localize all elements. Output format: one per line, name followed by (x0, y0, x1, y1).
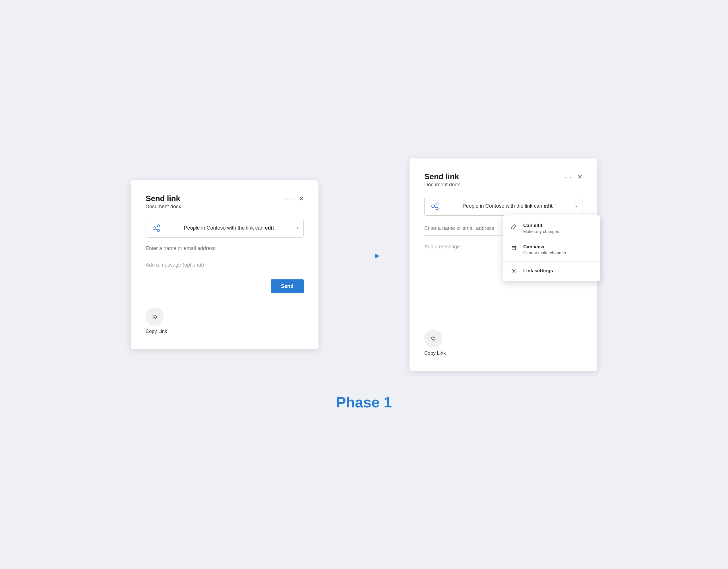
svg-line-8 (435, 204, 436, 206)
svg-point-15 (513, 270, 515, 272)
can-view-text: Can view Cannot make changes (523, 244, 566, 255)
send-button-left[interactable]: Send (271, 279, 304, 293)
can-edit-text: Can edit Make any changes (523, 223, 559, 234)
share-icon-left (151, 223, 161, 233)
dialog-right-subtitle: Document.docx (424, 182, 460, 188)
dialog-left-subtitle: Document.docx (146, 204, 181, 210)
link-icon-left (150, 312, 159, 321)
phase-label: Phase 1 (336, 394, 392, 411)
settings-gear-icon (510, 268, 518, 274)
dialog-left-dots-button[interactable]: ··· (286, 195, 293, 202)
main-container: Send link Document.docx ··· ✕ (131, 158, 597, 411)
permission-dropdown: Can edit Make any changes (503, 215, 600, 281)
svg-line-9 (435, 207, 436, 208)
dropdown-can-edit[interactable]: Can edit Make any changes (503, 218, 600, 239)
dialog-title-group-left: Send link Document.docx (146, 194, 181, 210)
svg-point-2 (157, 229, 160, 231)
dropdown-divider (503, 261, 600, 262)
dialog-left-close-button[interactable]: ✕ (299, 196, 304, 202)
svg-point-7 (436, 207, 438, 210)
dialog-right-title: Send link (424, 172, 460, 181)
copy-link-button-left[interactable] (146, 308, 164, 326)
dialog-left-title: Send link (146, 194, 181, 203)
view-icon (510, 245, 518, 251)
dialog-right-header-actions: ··· ✕ (564, 173, 582, 181)
permission-text-left: People in Contoso with the link can edit (166, 225, 292, 231)
share-icon-right (430, 201, 440, 211)
arrow-shape (347, 253, 381, 259)
svg-line-3 (156, 226, 158, 227)
permission-text-before-right: People in Contoso with the link can (462, 203, 543, 209)
link-icon-right (429, 334, 438, 343)
svg-point-5 (432, 205, 435, 208)
edit-icon (510, 223, 518, 229)
dialog-right: Send link Document.docx ··· ✕ (409, 158, 597, 371)
send-btn-row: Send (146, 279, 304, 293)
dialog-right-header: Send link Document.docx ··· ✕ (424, 172, 582, 188)
dialogs-row: Send link Document.docx ··· ✕ (131, 158, 597, 371)
can-edit-desc: Make any changes (523, 229, 559, 234)
permission-text-right: People in Contoso with the link can edit (444, 203, 571, 209)
can-view-title: Can view (523, 244, 566, 250)
permission-chevron-right: › (575, 203, 577, 209)
can-edit-title: Can edit (523, 223, 559, 228)
dialog-right-dots-button[interactable]: ··· (564, 173, 572, 181)
copy-link-section-left: Copy Link (146, 308, 304, 334)
email-input-left[interactable] (146, 245, 304, 251)
arrow-head (375, 254, 379, 258)
message-row-left: Add a message (optional) (146, 262, 304, 268)
dialog-left-header: Send link Document.docx ··· ✕ (146, 194, 304, 210)
link-settings-label: Link settings (523, 268, 553, 274)
dialog-right-close-button[interactable]: ✕ (577, 174, 582, 180)
svg-point-1 (157, 225, 160, 227)
svg-line-4 (156, 229, 158, 230)
copy-link-button-right[interactable] (424, 330, 442, 348)
email-section-left (146, 245, 304, 254)
permission-text-before-left: People in Contoso with the link can (184, 225, 265, 231)
dropdown-can-view[interactable]: Can view Cannot make changes (503, 239, 600, 260)
permission-button-right[interactable]: People in Contoso with the link can edit… (424, 197, 582, 216)
dialog-left: Send link Document.docx ··· ✕ (131, 180, 319, 349)
dialog-title-group-right: Send link Document.docx (424, 172, 460, 188)
transition-arrow (347, 253, 381, 259)
permission-bold-right: edit (544, 203, 553, 209)
arrow-line (347, 256, 375, 256)
dropdown-link-settings[interactable]: Link settings (503, 263, 600, 279)
can-view-desc: Cannot make changes (523, 250, 566, 255)
copy-link-label-right: Copy Link (424, 351, 446, 356)
copy-link-section-right: Copy Link (424, 330, 582, 356)
copy-link-label-left: Copy Link (146, 329, 167, 334)
dialog-left-header-actions: ··· ✕ (286, 195, 304, 202)
svg-point-0 (153, 227, 156, 229)
permission-button-left[interactable]: People in Contoso with the link can edit… (146, 219, 304, 237)
svg-point-6 (436, 203, 438, 205)
permission-chevron-left: › (297, 225, 298, 231)
permission-bold-left: edit (265, 225, 274, 231)
